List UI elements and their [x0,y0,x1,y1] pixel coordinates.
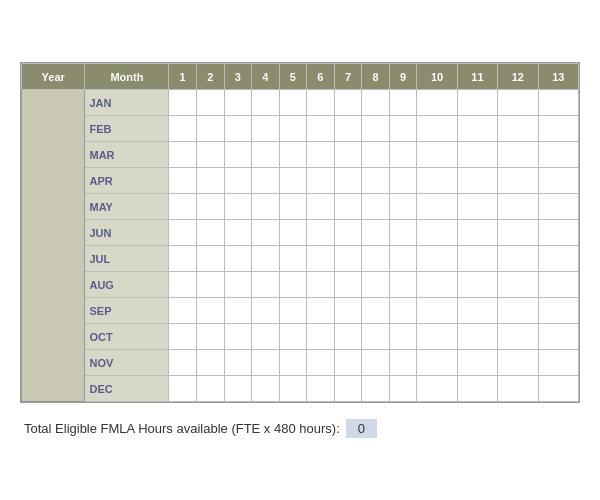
data-cell[interactable] [224,116,252,142]
data-cell[interactable] [196,194,224,220]
data-cell[interactable] [252,220,280,246]
data-cell[interactable] [417,220,457,246]
data-cell[interactable] [417,168,457,194]
data-cell[interactable] [417,194,457,220]
data-cell[interactable] [457,194,497,220]
data-cell[interactable] [279,90,307,116]
data-cell[interactable] [498,194,538,220]
data-cell[interactable] [498,90,538,116]
data-cell[interactable] [498,168,538,194]
data-cell[interactable] [252,350,280,376]
data-cell[interactable] [169,90,197,116]
data-cell[interactable] [362,116,390,142]
data-cell[interactable] [417,246,457,272]
data-cell[interactable] [334,168,362,194]
data-cell[interactable] [279,142,307,168]
data-cell[interactable] [498,246,538,272]
data-cell[interactable] [389,220,417,246]
data-cell[interactable] [279,272,307,298]
data-cell[interactable] [538,194,578,220]
data-cell[interactable] [224,298,252,324]
data-cell[interactable] [169,298,197,324]
data-cell[interactable] [389,376,417,402]
data-cell[interactable] [252,272,280,298]
data-cell[interactable] [224,376,252,402]
data-cell[interactable] [457,220,497,246]
data-cell[interactable] [252,194,280,220]
data-cell[interactable] [362,220,390,246]
data-cell[interactable] [498,350,538,376]
data-cell[interactable] [334,298,362,324]
data-cell[interactable] [538,168,578,194]
data-cell[interactable] [389,272,417,298]
data-cell[interactable] [334,194,362,220]
data-cell[interactable] [169,246,197,272]
data-cell[interactable] [196,298,224,324]
data-cell[interactable] [334,350,362,376]
data-cell[interactable] [457,90,497,116]
data-cell[interactable] [362,376,390,402]
data-cell[interactable] [307,90,335,116]
data-cell[interactable] [538,90,578,116]
data-cell[interactable] [362,142,390,168]
data-cell[interactable] [362,168,390,194]
data-cell[interactable] [279,168,307,194]
data-cell[interactable] [498,220,538,246]
data-cell[interactable] [389,142,417,168]
data-cell[interactable] [334,220,362,246]
data-cell[interactable] [169,324,197,350]
data-cell[interactable] [457,116,497,142]
data-cell[interactable] [334,246,362,272]
data-cell[interactable] [224,246,252,272]
data-cell[interactable] [252,168,280,194]
data-cell[interactable] [196,246,224,272]
data-cell[interactable] [538,220,578,246]
data-cell[interactable] [362,350,390,376]
data-cell[interactable] [389,90,417,116]
data-cell[interactable] [252,116,280,142]
data-cell[interactable] [224,168,252,194]
data-cell[interactable] [196,220,224,246]
data-cell[interactable] [224,90,252,116]
data-cell[interactable] [307,298,335,324]
data-cell[interactable] [307,116,335,142]
data-cell[interactable] [196,90,224,116]
data-cell[interactable] [538,298,578,324]
data-cell[interactable] [457,272,497,298]
data-cell[interactable] [196,142,224,168]
data-cell[interactable] [169,272,197,298]
data-cell[interactable] [417,376,457,402]
data-cell[interactable] [196,350,224,376]
data-cell[interactable] [538,376,578,402]
data-cell[interactable] [498,298,538,324]
data-cell[interactable] [362,246,390,272]
year-cell[interactable] [22,90,85,402]
data-cell[interactable] [224,324,252,350]
data-cell[interactable] [457,142,497,168]
data-cell[interactable] [538,350,578,376]
data-cell[interactable] [224,272,252,298]
data-cell[interactable] [307,168,335,194]
data-cell[interactable] [169,142,197,168]
data-cell[interactable] [457,324,497,350]
data-cell[interactable] [457,376,497,402]
data-cell[interactable] [279,376,307,402]
data-cell[interactable] [252,246,280,272]
data-cell[interactable] [538,272,578,298]
data-cell[interactable] [417,298,457,324]
data-cell[interactable] [417,90,457,116]
data-cell[interactable] [279,220,307,246]
data-cell[interactable] [498,116,538,142]
data-cell[interactable] [307,220,335,246]
data-cell[interactable] [169,116,197,142]
data-cell[interactable] [538,324,578,350]
data-cell[interactable] [307,376,335,402]
data-cell[interactable] [538,116,578,142]
data-cell[interactable] [252,90,280,116]
data-cell[interactable] [307,272,335,298]
data-cell[interactable] [307,246,335,272]
data-cell[interactable] [169,194,197,220]
data-cell[interactable] [279,298,307,324]
data-cell[interactable] [307,142,335,168]
data-cell[interactable] [196,272,224,298]
